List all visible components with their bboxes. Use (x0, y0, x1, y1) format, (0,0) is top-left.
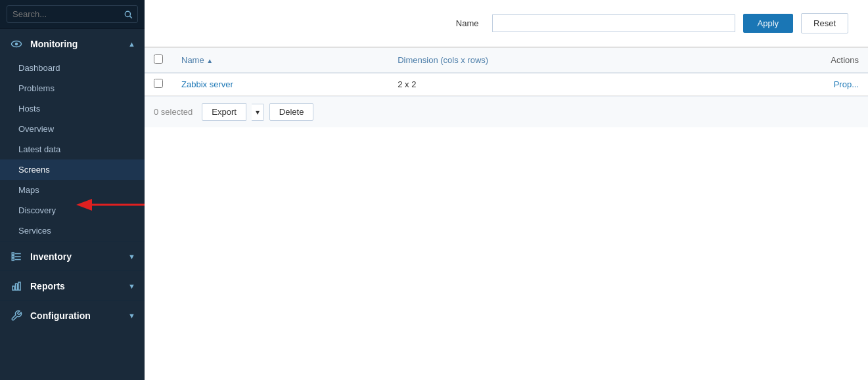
table-area: Name ▲ Dimension (cols x rows) Actions Z… (145, 47, 868, 380)
svg-rect-4 (12, 253, 14, 255)
list-icon (9, 249, 24, 264)
reports-chevron: ▼ (128, 282, 135, 290)
table-row: Zabbix server 2 x 2 Prop... (145, 73, 868, 96)
sidebar-search-container (0, 0, 145, 29)
chevron-down-icon: ▾ (256, 108, 260, 117)
monitoring-chevron: ▲ (128, 40, 135, 48)
sidebar-item-discovery[interactable]: Discovery (0, 200, 145, 221)
monitoring-label: Monitoring (30, 39, 78, 49)
sidebar-item-dashboard[interactable]: Dashboard (0, 58, 145, 78)
selected-count: 0 selected (154, 107, 193, 117)
name-sort-icon: ▲ (206, 57, 213, 64)
name-filter-label: Name (456, 18, 479, 28)
eye-icon (9, 37, 24, 51)
svg-rect-6 (12, 256, 14, 258)
svg-rect-10 (12, 286, 14, 290)
svg-rect-8 (12, 259, 14, 261)
name-col-label: Name (181, 55, 204, 65)
sidebar-item-maps[interactable]: Maps (0, 180, 145, 200)
sidebar-section-monitoring[interactable]: Monitoring ▲ (0, 29, 145, 58)
svg-point-3 (15, 43, 18, 46)
reports-label: Reports (30, 281, 65, 291)
sidebar-item-latest-data[interactable]: Latest data (0, 139, 145, 159)
configuration-label: Configuration (30, 310, 91, 321)
sidebar-section-configuration[interactable]: Configuration ▼ (0, 300, 145, 329)
screens-table: Name ▲ Dimension (cols x rows) Actions Z… (145, 48, 868, 96)
screen-link[interactable]: Zabbix server (181, 79, 233, 89)
row-checkbox-cell (145, 73, 172, 96)
sidebar-item-screens[interactable]: Screens (0, 159, 145, 180)
select-all-col (145, 48, 172, 73)
actions-column-header: Actions (725, 48, 868, 73)
export-button[interactable]: Export (202, 103, 246, 121)
svg-rect-12 (18, 282, 20, 290)
sidebar-item-services[interactable]: Services (0, 221, 145, 241)
inventory-chevron: ▼ (128, 253, 135, 261)
dimension-column-header: Dimension (cols x rows) (388, 48, 725, 73)
sidebar: Monitoring ▲ Dashboard Problems Hosts Ov… (0, 0, 145, 380)
row-actions-cell: Prop... (725, 73, 868, 96)
bar-chart-icon (9, 279, 24, 293)
configuration-chevron: ▼ (128, 312, 135, 320)
name-filter-input[interactable] (492, 14, 735, 32)
sidebar-item-overview[interactable]: Overview (0, 119, 145, 139)
wrench-icon (9, 308, 24, 323)
delete-button[interactable]: Delete (269, 103, 314, 121)
sidebar-item-hosts[interactable]: Hosts (0, 98, 145, 119)
reset-button[interactable]: Reset (801, 13, 848, 33)
svg-line-1 (130, 16, 132, 18)
inventory-label: Inventory (30, 251, 72, 262)
sidebar-item-problems[interactable]: Problems (0, 78, 145, 98)
name-column-header[interactable]: Name ▲ (172, 48, 388, 73)
search-icon (124, 10, 133, 19)
svg-rect-11 (16, 284, 18, 290)
svg-point-0 (125, 11, 130, 16)
apply-button[interactable]: Apply (743, 14, 794, 33)
row-checkbox[interactable] (154, 79, 163, 88)
search-wrap (7, 5, 138, 23)
export-dropdown-button[interactable]: ▾ (252, 104, 264, 121)
row-dimension-cell: 2 x 2 (388, 73, 725, 96)
row-name-cell: Zabbix server (172, 73, 388, 96)
bottom-bar: 0 selected Export ▾ Delete (145, 96, 868, 127)
sidebar-section-reports[interactable]: Reports ▼ (0, 270, 145, 300)
select-all-checkbox[interactable] (154, 54, 163, 64)
main-content: Name Apply Reset Name ▲ Dimension (cols … (145, 0, 868, 380)
properties-link[interactable]: Prop... (834, 79, 859, 89)
sidebar-section-inventory[interactable]: Inventory ▼ (0, 241, 145, 270)
search-input[interactable] (7, 5, 138, 23)
filter-bar: Name Apply Reset (145, 0, 868, 47)
